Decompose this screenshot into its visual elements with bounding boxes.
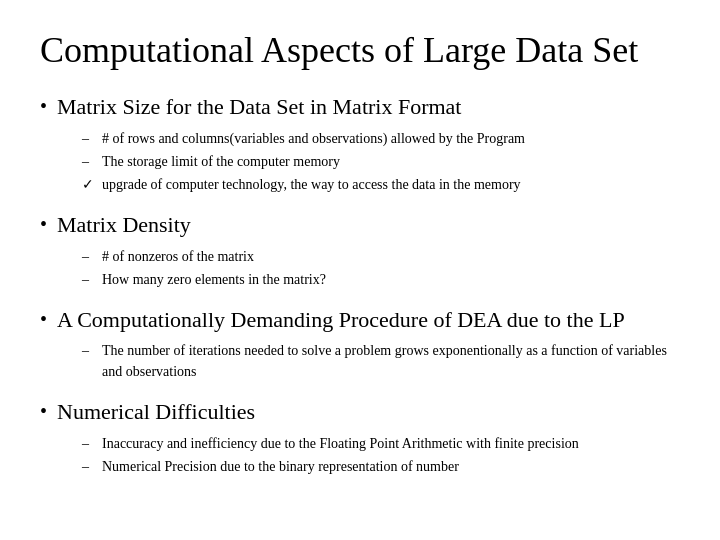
- sub-text-1-1: # of rows and columns(variables and obse…: [102, 128, 525, 149]
- dash-icon-4-2: –: [82, 456, 94, 477]
- section-matrix-size: • Matrix Size for the Data Set in Matrix…: [40, 93, 680, 195]
- sub-bullet-2-2: – How many zero elements in the matrix?: [82, 269, 680, 290]
- bullet-symbol-4: •: [40, 398, 47, 424]
- dash-icon-2-1: –: [82, 246, 94, 267]
- sub-bullet-2-1: – # of nonzeros of the matrix: [82, 246, 680, 267]
- check-icon-1-3: ✓: [82, 174, 94, 195]
- bullet-symbol-3: •: [40, 306, 47, 332]
- section-matrix-density: • Matrix Density – # of nonzeros of the …: [40, 211, 680, 290]
- sub-text-1-2: The storage limit of the computer memory: [102, 151, 340, 172]
- sub-bullets-3: – The number of iterations needed to sol…: [82, 340, 680, 382]
- slide: Computational Aspects of Large Data Set …: [0, 0, 720, 540]
- bullet-text-1: Matrix Size for the Data Set in Matrix F…: [57, 93, 461, 122]
- bullet-matrix-density: • Matrix Density: [40, 211, 680, 240]
- sub-bullets-4: – Inaccuracy and inefficiency due to the…: [82, 433, 680, 477]
- dash-icon-2-2: –: [82, 269, 94, 290]
- dash-icon-3-1: –: [82, 340, 94, 361]
- section-dea-procedure: • A Computationally Demanding Procedure …: [40, 306, 680, 383]
- sub-text-4-1: Inaccuracy and inefficiency due to the F…: [102, 433, 579, 454]
- section-numerical: • Numerical Difficulties – Inaccuracy an…: [40, 398, 680, 477]
- sub-bullet-1-1: – # of rows and columns(variables and ob…: [82, 128, 680, 149]
- dash-icon-1-1: –: [82, 128, 94, 149]
- sub-bullet-1-2: – The storage limit of the computer memo…: [82, 151, 680, 172]
- sub-bullets-1: – # of rows and columns(variables and ob…: [82, 128, 680, 195]
- sub-text-2-2: How many zero elements in the matrix?: [102, 269, 326, 290]
- dash-icon-4-1: –: [82, 433, 94, 454]
- slide-title: Computational Aspects of Large Data Set: [40, 30, 680, 71]
- bullet-symbol-2: •: [40, 211, 47, 237]
- sub-text-2-1: # of nonzeros of the matrix: [102, 246, 254, 267]
- bullet-text-2: Matrix Density: [57, 211, 191, 240]
- sub-bullet-1-3: ✓ upgrade of computer technology, the wa…: [82, 174, 680, 195]
- bullet-dea: • A Computationally Demanding Procedure …: [40, 306, 680, 335]
- bullet-matrix-size: • Matrix Size for the Data Set in Matrix…: [40, 93, 680, 122]
- dash-icon-1-2: –: [82, 151, 94, 172]
- sub-text-4-2: Numerical Precision due to the binary re…: [102, 456, 459, 477]
- sub-bullet-4-1: – Inaccuracy and inefficiency due to the…: [82, 433, 680, 454]
- bullet-numerical: • Numerical Difficulties: [40, 398, 680, 427]
- sub-bullet-3-1: – The number of iterations needed to sol…: [82, 340, 680, 382]
- sub-bullet-4-2: – Numerical Precision due to the binary …: [82, 456, 680, 477]
- sub-text-3-1: The number of iterations needed to solve…: [102, 340, 680, 382]
- bullet-text-4: Numerical Difficulties: [57, 398, 255, 427]
- sub-text-1-3: upgrade of computer technology, the way …: [102, 174, 521, 195]
- bullet-symbol-1: •: [40, 93, 47, 119]
- bullet-text-3: A Computationally Demanding Procedure of…: [57, 306, 625, 335]
- sub-bullets-2: – # of nonzeros of the matrix – How many…: [82, 246, 680, 290]
